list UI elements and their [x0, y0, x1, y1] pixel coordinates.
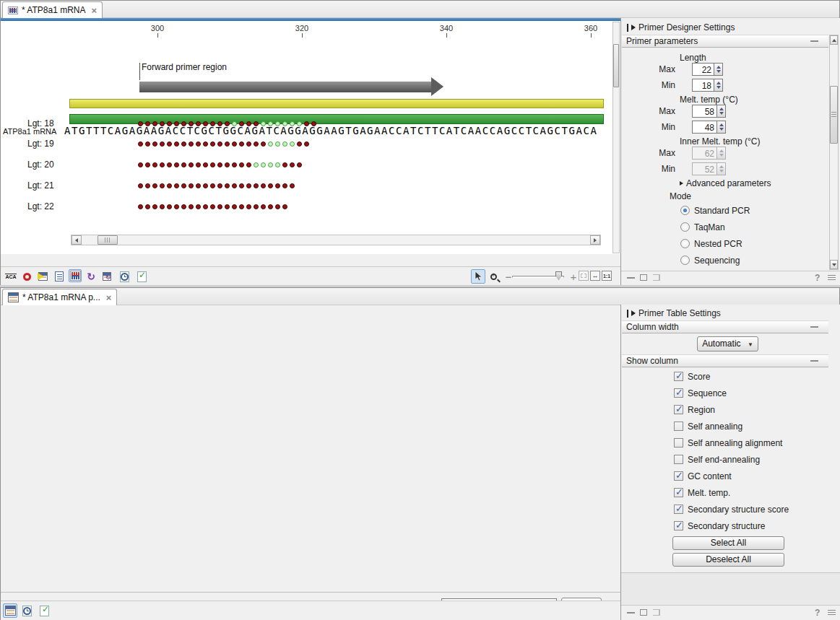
tab-atp8a1-mrna[interactable]: * ATP8a1 mRNA × [2, 1, 103, 18]
horizontal-scrollbar[interactable] [71, 235, 601, 245]
primer-dot [138, 162, 143, 167]
melt-max-input[interactable]: 58 [692, 105, 716, 118]
close-icon[interactable]: × [91, 5, 97, 16]
history-icon[interactable] [118, 270, 131, 283]
checkbox-self-annealing-alignment[interactable] [674, 438, 683, 447]
melt-min-spinner[interactable] [716, 121, 726, 134]
mode-radio-standard-pcr[interactable] [680, 206, 690, 215]
melt-max-spinner[interactable] [716, 105, 726, 118]
report-icon[interactable]: ✓ [135, 270, 148, 283]
horizontal-scrollbar-thumb[interactable] [98, 235, 118, 245]
section-minimize-icon[interactable] [810, 326, 818, 328]
history-icon[interactable] [20, 604, 33, 617]
scroll-left-icon[interactable] [72, 235, 82, 245]
advanced-parameters-toggle[interactable]: Advanced parameters [680, 178, 771, 188]
settings-scrollbar-thumb[interactable] [830, 86, 838, 144]
motif-search-icon[interactable]: ACA [3, 270, 19, 283]
primer-dot [152, 121, 157, 126]
zoom-in-icon[interactable] [487, 270, 500, 283]
primer-dot [254, 141, 259, 147]
section-minimize-icon[interactable] [810, 40, 818, 42]
zoom-slider-thumb[interactable] [555, 271, 562, 280]
help-icon[interactable]: ? [815, 608, 820, 618]
primer-dot [232, 121, 237, 126]
vertical-scrollbar-thumb[interactable] [613, 44, 619, 87]
primer-dot [203, 121, 208, 126]
tab-atp8a1-mrna-primers[interactable]: * ATP8a1 mRNA p... × [2, 289, 117, 305]
length-min-input[interactable]: 18 [692, 79, 714, 92]
mode-radio-taqman[interactable] [680, 222, 690, 232]
annotation-track-yellow[interactable] [69, 99, 604, 108]
section-show-column[interactable]: Show column [622, 354, 828, 367]
help-icon[interactable]: ? [815, 273, 820, 283]
report-icon[interactable]: ✓ [38, 604, 51, 617]
table-export-icon[interactable] [36, 270, 49, 283]
one-to-one-icon[interactable]: 1:1 [602, 271, 612, 281]
sequence-view[interactable]: 300320340360 Forward primer region ATP8a… [1, 21, 620, 254]
primer-dot [203, 183, 208, 188]
scroll-right-icon[interactable] [590, 235, 600, 245]
primer-region-arrow[interactable] [139, 82, 431, 92]
stop-icon[interactable] [20, 270, 33, 283]
checkbox-score[interactable] [674, 372, 683, 381]
minimize-icon[interactable] [627, 612, 635, 614]
settings-scroll-down-icon[interactable] [830, 260, 838, 269]
fit-width-icon[interactable]: ↔ [590, 271, 600, 281]
ruler-tick-mark [446, 33, 447, 38]
fit-selection-icon[interactable] [579, 271, 589, 281]
section-primer-parameters[interactable]: Primer parameters [622, 35, 828, 48]
column-width-dropdown[interactable]: Automatic ▼ [697, 336, 758, 352]
length-max-input[interactable]: 22 [692, 63, 714, 76]
primer-dot [152, 162, 157, 167]
mode-radio-sequencing[interactable] [680, 256, 690, 265]
dock-icon[interactable] [653, 609, 660, 616]
settings-scroll-up-icon[interactable] [830, 35, 838, 45]
length-min-spinner[interactable] [714, 79, 723, 92]
panel-collapse-icon[interactable] [627, 24, 628, 32]
checkbox-region[interactable] [674, 405, 683, 414]
primer-dot [261, 162, 266, 167]
primer-dot [196, 121, 201, 126]
settings-scrollbar[interactable] [829, 35, 839, 270]
minimize-icon[interactable] [627, 277, 635, 279]
ruler-tick-label: 340 [432, 24, 461, 32]
deselect-all-button[interactable]: Deselect All [672, 553, 784, 567]
checkbox-gc-content[interactable] [674, 471, 683, 481]
sequence-view-icon[interactable] [69, 269, 82, 282]
vertical-scrollbar[interactable] [612, 22, 620, 253]
melt-min-input[interactable]: 48 [692, 121, 716, 134]
select-all-button[interactable]: Select All [672, 536, 784, 550]
panel-menu-icon[interactable] [828, 610, 836, 616]
maximize-icon[interactable] [640, 609, 647, 616]
panel-menu-icon[interactable] [828, 275, 836, 281]
section-column-width[interactable]: Column width [622, 320, 828, 333]
ruler-tick-label: 360 [576, 24, 605, 32]
mode-radio-label: Nested PCR [694, 239, 742, 249]
checkbox-secondary-structure[interactable] [674, 521, 683, 531]
primer-dot [203, 162, 208, 167]
primer-dot [232, 141, 237, 147]
primer-dot [189, 162, 194, 167]
checkbox-self-end-annealing[interactable] [674, 455, 683, 464]
maximize-icon[interactable] [640, 274, 647, 281]
primer-dot [138, 141, 143, 147]
checkbox-secondary-structure-score[interactable] [674, 505, 683, 514]
mode-radio-nested-pcr[interactable] [680, 239, 690, 248]
dock-icon[interactable] [653, 274, 660, 281]
checkbox-sequence[interactable] [674, 388, 683, 398]
selection-cursor-icon[interactable] [471, 269, 485, 284]
panel-collapse-icon[interactable] [627, 310, 628, 318]
table-view-icon[interactable] [3, 603, 17, 618]
checkbox-melt-temp-[interactable] [674, 488, 683, 497]
primer-dot [261, 204, 266, 209]
circular-view-icon[interactable]: ↻ [85, 270, 98, 283]
table-refresh-icon[interactable]: ↻ [100, 270, 113, 283]
sequence-bases[interactable]: ATGTTTCAGAGAAGACCTCGCTGGCAGATCAGGAGGAAGT… [64, 125, 607, 136]
length-max-spinner[interactable] [714, 63, 723, 76]
section-minimize-icon[interactable] [810, 360, 818, 362]
text-view-icon[interactable] [53, 270, 66, 283]
checkbox-self-annealing[interactable] [674, 422, 683, 431]
primer-dot [203, 141, 208, 147]
checkbox-label: Sequence [688, 388, 727, 398]
close-icon[interactable]: × [106, 292, 112, 303]
